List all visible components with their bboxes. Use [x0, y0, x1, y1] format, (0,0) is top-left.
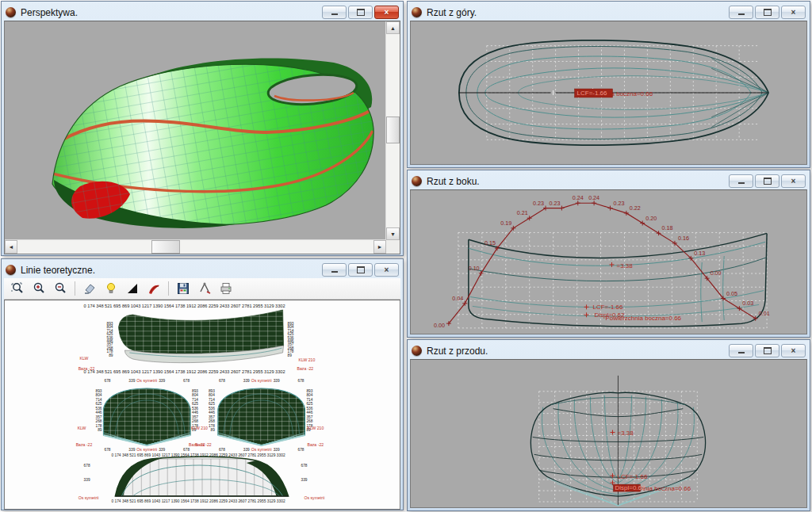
light-button[interactable]: [101, 279, 121, 298]
svg-text:0.24: 0.24: [573, 195, 584, 201]
svg-text:LCF=-1.66: LCF=-1.66: [593, 304, 623, 311]
svg-text:178: 178: [96, 424, 102, 428]
scroll-right-button[interactable]: ►: [373, 240, 386, 254]
sections-button[interactable]: [144, 279, 164, 298]
svg-text:0.23: 0.23: [613, 201, 624, 207]
horizontal-scrollbar[interactable]: ◄ ►: [5, 239, 386, 254]
lines-plan-canvas[interactable]: 0 174 348 521 695 869 1043 1217 1390 156…: [4, 300, 400, 510]
svg-text:0.09: 0.09: [710, 270, 722, 277]
close-button[interactable]: ×: [374, 6, 399, 19]
zoom-out-button[interactable]: [50, 279, 71, 298]
svg-text:357: 357: [306, 415, 312, 419]
svg-text:LCF=-1.66: LCF=-1.66: [617, 473, 648, 480]
maximize-button[interactable]: [755, 6, 779, 19]
titlebar-front-view[interactable]: Rzut z przodu. ×: [410, 342, 807, 359]
svg-text:339: 339: [301, 478, 307, 482]
svg-text:0.04: 0.04: [452, 296, 463, 302]
svg-text:446: 446: [96, 411, 102, 415]
svg-text:625: 625: [306, 402, 312, 406]
waterline-scale: 89380471462553644635726817889: [209, 389, 215, 433]
maximize-button[interactable]: [348, 263, 373, 277]
minimize-button[interactable]: [729, 174, 753, 188]
svg-text:714: 714: [96, 398, 102, 402]
svg-text:339: 339: [243, 379, 250, 383]
close-button[interactable]: ×: [781, 344, 806, 357]
svg-text:339: 339: [274, 379, 280, 383]
scroll-left-button[interactable]: ◄: [5, 240, 17, 254]
hydrostatics-label-cluster: Powierzchnia boczna=0.66 LCF=-1.66: [575, 89, 653, 97]
svg-text:89: 89: [211, 428, 216, 432]
klw-label: KLW: [80, 356, 89, 361]
svg-text:339: 339: [243, 448, 250, 452]
perspective-canvas[interactable]: ▲ ▼ ◄ ►: [4, 21, 400, 254]
svg-text:357: 357: [192, 415, 198, 419]
svg-text:Os symetrii: Os symetrii: [251, 447, 272, 452]
svg-text:339: 339: [128, 448, 135, 452]
top-view-canvas[interactable]: Powierzchnia boczna=0.66 LCF=-1.66: [410, 21, 807, 165]
svg-text:0.10: 0.10: [469, 266, 480, 272]
print-button[interactable]: [216, 279, 236, 298]
dividers-button[interactable]: [194, 279, 215, 298]
svg-text:=3.38: =3.38: [617, 430, 634, 437]
svg-text:893: 893: [192, 389, 198, 393]
toolbar-separator: [75, 281, 75, 296]
svg-text:268: 268: [192, 419, 198, 423]
svg-text:0.21: 0.21: [517, 210, 528, 216]
window-top-view: Rzut z góry. × Powierzch: [407, 1, 810, 168]
svg-text:178: 178: [209, 424, 215, 428]
minimize-button[interactable]: [322, 6, 347, 19]
svg-text:678: 678: [104, 379, 110, 383]
svg-text:0 174 348 521 695 869 1043 121: 0 174 348 521 695 869 1043 1217 1390 156…: [84, 369, 285, 374]
svg-text:0.03: 0.03: [742, 300, 753, 307]
scroll-down-button[interactable]: ▼: [386, 227, 400, 240]
titlebar-side-view[interactable]: Rzut z boku. ×: [410, 173, 807, 189]
window-title: Perspektywa.: [21, 7, 322, 18]
minimize-button[interactable]: [322, 263, 347, 277]
titlebar-perspective[interactable]: Perspektywa. ×: [4, 4, 400, 21]
svg-text:0.00: 0.00: [434, 323, 445, 329]
close-button[interactable]: ×: [374, 263, 399, 277]
front-view-canvas[interactable]: =3.38 LCF=-1.66 Powierzchnia boczna=0.66…: [410, 359, 807, 508]
save-button[interactable]: [173, 279, 193, 298]
titlebar-lines-plan[interactable]: Linie teoretyczne. ×: [4, 262, 400, 278]
svg-text:678: 678: [104, 448, 110, 452]
svg-text:893: 893: [209, 389, 215, 393]
svg-text:Os symetrii: Os symetrii: [136, 378, 157, 383]
zoom-in-button[interactable]: [29, 279, 49, 298]
svg-text:0.24: 0.24: [588, 195, 599, 201]
svg-text:0.19: 0.19: [500, 220, 511, 227]
zoom-out-icon: [53, 281, 67, 296]
breadth-scale: 678339Os symetrii339678: [219, 378, 304, 383]
black-triangle-icon: [125, 281, 140, 296]
svg-text:0.23: 0.23: [549, 201, 560, 207]
side-view-canvas[interactable]: 0.000.040.100.150.190.210.230.230.240.24…: [410, 189, 807, 334]
maximize-button[interactable]: [348, 6, 373, 19]
os-symetrii-label: Os symetrii: [304, 495, 324, 500]
zoom-area-button[interactable]: [7, 279, 28, 298]
scroll-up-button[interactable]: ▲: [386, 21, 400, 34]
titlebar-top-view[interactable]: Rzut z góry. ×: [410, 4, 807, 21]
minimize-button[interactable]: [729, 344, 753, 357]
svg-text:714: 714: [306, 398, 312, 402]
minimize-button[interactable]: [729, 6, 753, 19]
svg-text:89: 89: [109, 353, 113, 357]
svg-text:446: 446: [192, 411, 198, 415]
maximize-button[interactable]: [755, 174, 779, 188]
profile-view: 0 174 348 521 695 869 1043 1217 1390 156…: [79, 304, 316, 374]
horizontal-scroll-thumb[interactable]: [151, 240, 180, 254]
close-button[interactable]: ×: [781, 6, 806, 19]
save-disk-icon: [176, 281, 190, 296]
svg-text:339: 339: [159, 379, 165, 383]
vertical-scroll-thumb[interactable]: [386, 117, 400, 143]
window-side-view: Rzut z boku. × 0.000.040.100.150.190.210…: [407, 170, 810, 338]
zoom-in-icon: [32, 281, 46, 296]
svg-text:268: 268: [96, 419, 102, 423]
maximize-button[interactable]: [755, 344, 779, 357]
side-view-drawing: 0.000.040.100.150.190.210.230.230.240.24…: [411, 190, 806, 334]
svg-text:446: 446: [209, 411, 215, 415]
eraser-button[interactable]: [79, 279, 100, 298]
vertical-scrollbar[interactable]: ▲ ▼: [385, 21, 400, 240]
app-icon: [412, 346, 422, 356]
close-button[interactable]: ×: [781, 174, 806, 188]
fill-button[interactable]: [122, 279, 143, 298]
